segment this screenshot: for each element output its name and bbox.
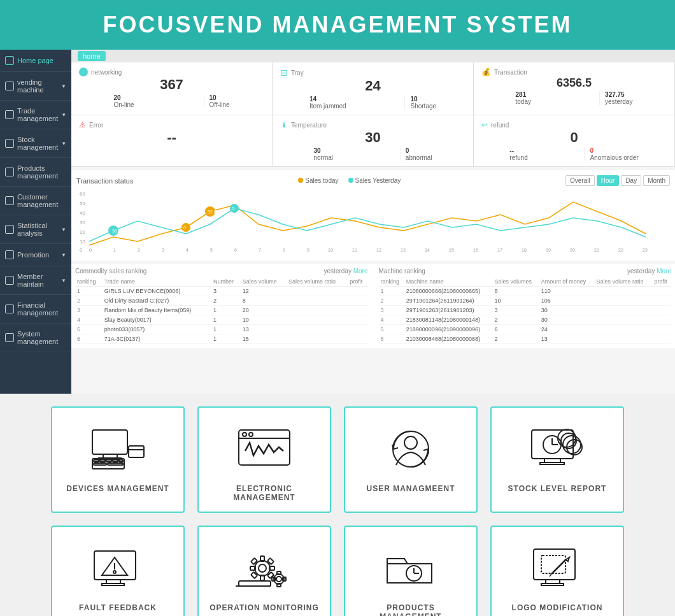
sidebar-item-trade[interactable]: Trade management ▼ — [0, 101, 71, 129]
svg-text:0: 0 — [80, 247, 83, 253]
tab-hour[interactable]: Hour — [597, 175, 620, 186]
svg-text:8: 8 — [283, 248, 285, 252]
svg-text:4: 4 — [186, 248, 188, 252]
user-card[interactable]: USER MANAGMEENT — [344, 406, 478, 513]
svg-line-99 — [550, 574, 551, 577]
logo-icon — [525, 543, 589, 594]
svg-point-71 — [259, 564, 266, 572]
sidebar-item-vending[interactable]: vending machine ▼ — [0, 72, 71, 101]
svg-text:0: 0 — [232, 206, 234, 211]
svg-rect-83 — [277, 584, 281, 587]
tab-overall[interactable]: Overall — [565, 175, 595, 186]
table-row: 621030008468(21080000068)213 — [379, 334, 672, 344]
commodity-table-meta: yesterday More — [324, 268, 368, 275]
financial-icon — [5, 304, 14, 313]
sidebar-item-system[interactable]: System management — [0, 324, 71, 352]
svg-rect-43 — [106, 460, 111, 462]
operation-card[interactable]: OPERATION MONITORING — [197, 526, 331, 616]
offline-count: 10 — [210, 94, 217, 101]
fault-card[interactable]: FAULT FEEDBACK — [51, 526, 185, 616]
transaction-icon: 💰 — [481, 68, 491, 76]
machine-table-title: Machine ranking — [379, 268, 425, 275]
products-mgmt-card[interactable]: PRODUCTS MANAGEMENT — [344, 526, 478, 616]
tab-day[interactable]: Day — [621, 175, 641, 186]
sidebar-item-promotion[interactable]: Promotion ▼ — [0, 244, 71, 266]
col-sales-volume: Sales volume — [241, 277, 287, 287]
sidebar-item-stats[interactable]: Statistical analysis ▼ — [0, 215, 71, 244]
shortage-label: Shortage — [410, 103, 436, 110]
chevron-down-icon: ▼ — [61, 83, 66, 89]
machine-table-meta: yesterday More — [627, 268, 671, 275]
devices-card[interactable]: DEVICES MANAGEMENT — [51, 406, 185, 513]
stock-card[interactable]: STOCK LEVEL REPORT — [490, 406, 624, 513]
vending-icon — [5, 82, 14, 90]
commodity-table-header: Commodity sales ranking yesterday More — [75, 268, 368, 275]
logo-card[interactable]: LOGO MODIFICATION — [490, 526, 624, 616]
svg-point-69 — [113, 571, 116, 573]
table-row: 3Random Mix of Beauty Items(059)120 — [75, 306, 368, 315]
header: FOCUSVEND MANAGEMENT SYSTEM — [0, 0, 675, 50]
commodity-more-link[interactable]: More — [353, 268, 368, 275]
chart-header: Transaction status Sales today Sales Yes… — [76, 175, 670, 186]
table-row: 329T1901263(2611901203)330 — [379, 306, 672, 315]
sidebar-item-stock[interactable]: Stock management ▼ — [0, 129, 71, 158]
cards-section: DEVICES MANAGEMENT ELECTRONIC MANAGEMENT — [0, 394, 675, 616]
col-amount: Amount of money — [539, 277, 595, 287]
col-m-sales-ratio: Sales volume ratio — [595, 277, 653, 287]
sidebar-item-label: Customer management — [17, 193, 66, 208]
svg-rect-41 — [94, 460, 99, 462]
electronic-card[interactable]: ELECTRONIC MANAGEMENT — [197, 406, 331, 513]
table-row: 521890000096(21090000096)624 — [379, 325, 672, 334]
legend-today: Sales today — [298, 177, 338, 184]
promotion-icon — [5, 250, 14, 259]
sidebar-item-member[interactable]: Member maintain ▼ — [0, 266, 71, 295]
temperature-icon: 🌡 — [280, 120, 288, 129]
offline-label: Off-line — [210, 101, 230, 108]
svg-point-51 — [249, 433, 253, 436]
chart-area: Transaction status Sales today Sales Yes… — [71, 170, 675, 261]
machine-table-header-row: ranking Machine name Sales volumes Amoun… — [379, 277, 672, 287]
svg-text:40: 40 — [80, 210, 85, 216]
chevron-down-icon: ▼ — [61, 278, 66, 283]
svg-point-81 — [276, 577, 281, 582]
svg-text:32.8: 32.8 — [208, 210, 217, 214]
svg-point-70 — [255, 561, 270, 576]
sidebar-item-home[interactable]: Home page — [0, 50, 71, 72]
table-row: 229T1901264(2611901264)10106 — [379, 296, 672, 306]
svg-marker-98 — [565, 557, 569, 561]
table-row: 671A-3C(0137)115 — [75, 334, 368, 344]
operation-card-label: OPERATION MONITORING — [210, 603, 319, 612]
chevron-down-icon: ▼ — [61, 112, 66, 118]
svg-text:20: 20 — [570, 248, 575, 252]
svg-text:3: 3 — [162, 248, 164, 252]
normal-count: 30 — [313, 147, 320, 154]
jammed-count: 14 — [309, 96, 316, 103]
svg-text:10: 10 — [80, 239, 85, 245]
svg-rect-66 — [102, 584, 124, 585]
svg-text:21: 21 — [594, 248, 599, 252]
svg-text:30: 30 — [80, 220, 85, 226]
yesterday-count: 327.75 — [605, 91, 625, 98]
table-row: 421830081148(21080000148)230 — [379, 315, 672, 325]
sidebar-item-financial[interactable]: Financial management — [0, 295, 71, 324]
stats-icon — [5, 225, 14, 234]
cards-row-2: FAULT FEEDBACK — [51, 526, 624, 616]
yesterday-label: yesterday — [605, 98, 632, 105]
machine-more-link[interactable]: More — [657, 268, 671, 275]
shortage-count: 10 — [410, 96, 417, 103]
sidebar-item-customer[interactable]: Customer management — [0, 187, 71, 215]
machine-table-header: Machine ranking yesterday More — [379, 268, 672, 275]
tab-month[interactable]: Month — [643, 175, 670, 186]
machine-table-section: Machine ranking yesterday More ranking M… — [375, 264, 676, 348]
jammed-label: Item jammed — [309, 103, 346, 110]
sidebar-item-products[interactable]: Products management — [0, 158, 71, 187]
svg-text:12: 12 — [376, 248, 381, 252]
fault-icon — [86, 543, 150, 594]
svg-text:2: 2 — [138, 248, 140, 252]
sidebar-item-label: Products management — [17, 164, 66, 180]
temperature-stats: 30normal 0abnormal — [280, 147, 465, 161]
svg-text:22: 22 — [618, 248, 623, 252]
col-profit: profit — [348, 277, 367, 287]
svg-rect-94 — [541, 584, 564, 585]
table-row: 1GIRLS LUV BEYONCE(0006)312 — [75, 287, 368, 296]
